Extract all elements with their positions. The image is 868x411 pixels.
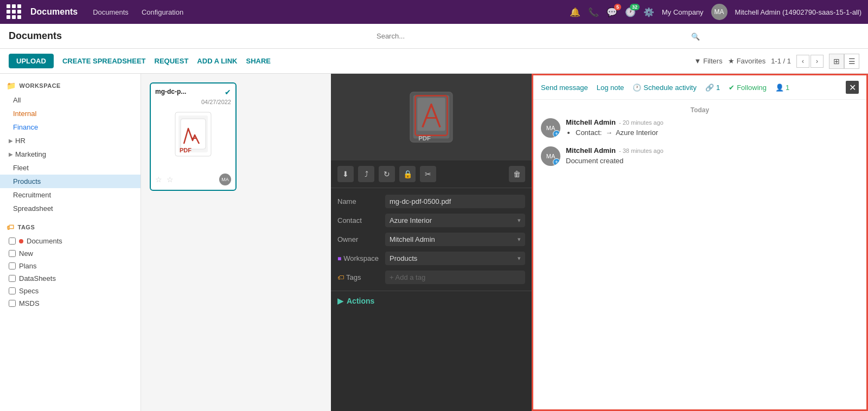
sidebar-item-finance[interactable]: Finance [0, 120, 141, 134]
contact-text: Azure Interior [390, 216, 432, 224]
chat-badge: 5 [614, 4, 621, 10]
sidebar-item-hr[interactable]: ▶ HR [0, 134, 141, 147]
list-view-button[interactable]: ☰ [844, 54, 859, 69]
tag-new[interactable]: New [0, 247, 141, 260]
contact-field: Contact Azure Interior ▾ [337, 214, 525, 227]
favorites-button[interactable]: ★ Favorites [728, 57, 765, 65]
sidebar-item-internal[interactable]: Internal [0, 107, 141, 120]
activity-badge: 32 [630, 4, 640, 10]
workspace-field: ■ Workspace Products ▾ [337, 252, 525, 265]
sidebar-item-products[interactable]: Products [0, 175, 141, 188]
tag-specs-checkbox[interactable] [9, 287, 16, 294]
tag-plans-checkbox[interactable] [9, 262, 16, 269]
owner-field: Owner Mitchell Admin ▾ [337, 233, 525, 246]
tag-datasheets-checkbox[interactable] [9, 275, 16, 282]
tag-specs[interactable]: Specs [0, 285, 141, 297]
links-button[interactable]: 🔗 1 [705, 84, 720, 92]
scissors-button[interactable]: ✂ [420, 166, 436, 182]
followers-button[interactable]: 👤 1 [775, 84, 789, 92]
tags-value[interactable]: + Add a tag [385, 271, 525, 284]
doc-card-footer: ☆ ☆ MA [155, 174, 231, 185]
tags-field: 🏷 Tags + Add a tag [337, 271, 525, 284]
log-note-button[interactable]: Log note [597, 84, 624, 92]
workspace-text: Products [390, 254, 417, 262]
tags-label: Tags [346, 273, 361, 281]
owner-value[interactable]: Mitchell Admin ▾ [385, 233, 525, 246]
tag-documents-label: Documents [27, 237, 62, 245]
sidebar-item-spreadsheet[interactable]: Spreadsheet [0, 202, 141, 215]
document-card[interactable]: mg-dc-p... ✔ 04/27/2022 PDF [150, 82, 237, 191]
contact-value[interactable]: Azure Interior ▾ [385, 214, 525, 227]
workspace-header: 📁 WORKSPACE [0, 78, 141, 93]
chat-icon[interactable]: 💬 5 [607, 7, 617, 17]
actions-expand-button[interactable]: ▶ Actions [337, 297, 374, 305]
star-empty-icon[interactable]: ☆ [155, 175, 162, 184]
svg-rect-6 [417, 98, 445, 131]
activity-icon[interactable]: 🕐 32 [625, 7, 636, 17]
search-icon[interactable]: 🔍 [691, 32, 700, 40]
actions-label: Actions [347, 297, 374, 305]
chevron-right-icon: ▶ [9, 151, 13, 157]
tag-msds-checkbox[interactable] [9, 300, 16, 307]
message-avatar-1: MA ✈ [541, 118, 560, 138]
create-spreadsheet-button[interactable]: CREATE SPREADSHEET [62, 57, 146, 65]
workspace-label: WORKSPACE [20, 82, 61, 89]
star-icon-2[interactable]: ☆ [167, 175, 174, 184]
tag-msds[interactable]: MSDS [0, 297, 141, 310]
settings-icon[interactable]: ⚙️ [643, 7, 654, 17]
sidebar-item-recruitment[interactable]: Recruitment [0, 188, 141, 202]
share-button[interactable]: ⤴ [358, 166, 374, 182]
user-avatar[interactable]: MA [711, 4, 727, 20]
pager-count: 1-1 / 1 [771, 57, 791, 65]
add-link-button[interactable]: ADD A LINK [197, 57, 237, 65]
tag-datasheets[interactable]: DataSheets [0, 272, 141, 285]
company-name[interactable]: My Company [662, 8, 704, 16]
menu-documents[interactable]: Documents [93, 8, 129, 16]
clock-icon: 🕐 [633, 84, 641, 92]
name-value[interactable]: mg-dc-pdf-0500.pdf [385, 195, 525, 208]
phone-icon[interactable]: 📞 [588, 7, 599, 17]
following-button[interactable]: ✔ Following [729, 84, 767, 92]
filters-button[interactable]: ▼ Filters [694, 57, 722, 65]
tag-plans[interactable]: Plans [0, 260, 141, 272]
tag-msds-label: MSDS [19, 299, 40, 307]
top-navigation: Documents Documents Configuration 🔔 📞 💬 … [0, 0, 868, 24]
message-author-1: Mitchell Admin [566, 118, 616, 126]
message-avatar-2: MA ✈ [541, 146, 560, 166]
schedule-activity-button[interactable]: 🕐 Schedule activity [633, 84, 697, 92]
download-button[interactable]: ⬇ [337, 166, 354, 182]
app-brand: Documents [30, 7, 78, 17]
refresh-button[interactable]: ↻ [379, 166, 395, 182]
chevron-right-icon: ▶ [9, 138, 13, 144]
sidebar-item-all[interactable]: All [0, 93, 141, 107]
pager-next-button[interactable]: › [810, 55, 824, 68]
menu-configuration[interactable]: Configuration [142, 8, 183, 16]
message-body-1: Contact: → Azure Interior [566, 129, 859, 137]
field-change-value: Azure Interior [616, 129, 658, 137]
chatter-close-button[interactable]: ✕ [846, 81, 859, 94]
tag-documents-checkbox[interactable] [9, 237, 16, 245]
followers-count: 1 [786, 84, 789, 92]
send-message-button[interactable]: Send message [541, 84, 588, 92]
tag-new-checkbox[interactable] [9, 250, 16, 257]
grid-view-button[interactable]: ⊞ [829, 54, 844, 69]
sidebar-item-fleet[interactable]: Fleet [0, 161, 141, 175]
owner-text: Mitchell Admin [390, 235, 435, 243]
request-button[interactable]: REQUEST [155, 57, 189, 65]
tag-documents[interactable]: Documents [0, 235, 141, 247]
delete-button[interactable]: 🗑 [509, 166, 525, 182]
tag-datasheets-label: DataSheets [19, 274, 56, 282]
today-label: Today [541, 100, 859, 118]
search-input[interactable] [376, 32, 702, 40]
upload-button[interactable]: UPLOAD [9, 54, 54, 68]
owner-label: Owner [337, 235, 381, 243]
sidebar-item-marketing[interactable]: ▶ Marketing [0, 147, 141, 161]
folder-icon: 📁 [7, 81, 16, 90]
pager-prev-button[interactable]: ‹ [796, 55, 809, 68]
app-grid-icon[interactable] [7, 4, 22, 20]
notification-bell-icon[interactable]: 🔔 [570, 7, 580, 17]
sidebar: 📁 WORKSPACE All Internal Finance ▶ HR ▶ … [0, 74, 141, 411]
lock-button[interactable]: 🔒 [399, 166, 416, 182]
share-button[interactable]: SHARE [246, 57, 271, 65]
workspace-value[interactable]: Products ▾ [385, 252, 525, 265]
